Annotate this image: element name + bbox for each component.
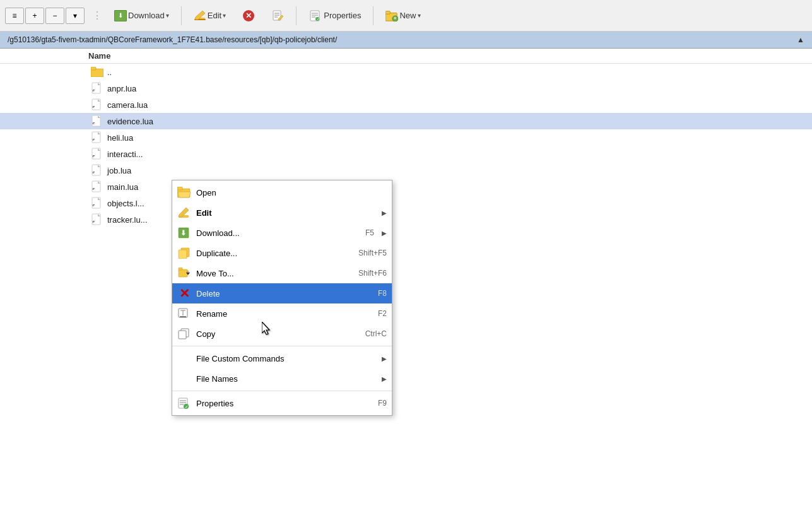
- download-button[interactable]: ⬇ Download ▾: [107, 6, 176, 25]
- path-text: /g510136/gta5-fivem-txadmin/QBCoreFramew…: [8, 35, 337, 44]
- menu-item-file-names[interactable]: File Names ▶: [172, 368, 392, 389]
- file-name-heli: heli.lua: [107, 133, 133, 143]
- file-name-camera: camera.lua: [107, 100, 148, 110]
- download-label-menu: Download...: [196, 228, 360, 238]
- lua-file-icon: ▶: [91, 98, 103, 111]
- page-edit-icon: [271, 9, 284, 22]
- edit-dropdown-arrow: ▾: [223, 12, 226, 19]
- lua-file-icon: ▶: [91, 213, 103, 226]
- svg-rect-66: [179, 250, 187, 259]
- list-item[interactable]: ▶ anpr.lua: [0, 80, 812, 97]
- menu-item-duplicate[interactable]: Duplicate... Shift+F5: [172, 243, 392, 263]
- download-dropdown-arrow: ▾: [166, 12, 169, 19]
- edit-button[interactable]: Edit ▾: [187, 6, 233, 25]
- svg-text:⬇: ⬇: [180, 229, 186, 237]
- page-edit-button[interactable]: [264, 6, 291, 25]
- file-name-interacti: interacti...: [107, 150, 143, 159]
- edit-icon: [194, 9, 206, 22]
- lua-file-icon: ▶: [91, 180, 103, 193]
- svg-text:✓: ✓: [185, 405, 188, 409]
- file-name-tracker: tracker.lu...: [107, 215, 148, 225]
- menu-item-edit[interactable]: Edit ▶: [172, 203, 392, 223]
- address-bar: /g510136/gta5-fivem-txadmin/QBCoreFramew…: [0, 32, 812, 49]
- list-item[interactable]: ▶ camera.lua: [0, 97, 812, 113]
- collapse-arrow[interactable]: ▲: [797, 35, 804, 44]
- duplicate-label: Duplicate...: [196, 249, 353, 258]
- menu-item-moveto[interactable]: Move To... Shift+F6: [172, 263, 392, 283]
- open-folder-icon: [177, 185, 191, 199]
- new-button[interactable]: + New ▾: [379, 6, 427, 25]
- properties-menu-icon: ✓: [177, 396, 191, 410]
- list-item[interactable]: ▶ interacti...: [0, 146, 812, 162]
- list-item-selected[interactable]: ▶ evidence.lua: [0, 113, 812, 129]
- edit-menu-icon: [177, 206, 191, 220]
- file-name-anpr: anpr.lua: [107, 84, 136, 93]
- file-name-main: main.lua: [107, 182, 138, 192]
- parent-folder-name: ..: [107, 68, 112, 77]
- menu-item-rename[interactable]: Rename F2: [172, 303, 392, 324]
- svg-rect-16: [385, 11, 390, 14]
- separator-menu-1: [172, 346, 392, 346]
- properties-icon: ✓: [309, 9, 321, 22]
- download-menu-icon: ⬇: [177, 226, 191, 240]
- svg-marker-59: [178, 192, 191, 197]
- menu-item-properties[interactable]: ✓ Properties F9: [172, 393, 392, 413]
- download-arrow: ▶: [382, 230, 387, 237]
- list-item[interactable]: ▶ objects.l...: [0, 195, 812, 211]
- parent-folder-icon: [91, 66, 103, 78]
- chevron-btn[interactable]: ▾: [66, 8, 85, 24]
- file-names-arrow: ▶: [382, 375, 387, 382]
- lua-file-icon: ▶: [91, 148, 103, 160]
- rename-menu-icon: [177, 307, 191, 321]
- lua-file-icon: ▶: [91, 82, 103, 95]
- lua-file-icon: ▶: [91, 164, 103, 177]
- duplicate-menu-icon: [177, 246, 191, 260]
- file-custom-label: File Custom Commands: [196, 354, 374, 363]
- file-custom-icon: [177, 351, 191, 365]
- menu-item-copy[interactable]: Copy Ctrl+C: [172, 324, 392, 344]
- cancel-button[interactable]: ✕: [235, 6, 262, 25]
- new-label: New: [399, 11, 416, 20]
- file-name-evidence: evidence.lua: [107, 117, 153, 126]
- minus-btn[interactable]: −: [45, 8, 64, 24]
- svg-rect-20: [91, 67, 96, 70]
- list-item[interactable]: ▶ job.lua: [0, 162, 812, 179]
- menu-item-download[interactable]: ⬇ Download... F5 ▶: [172, 223, 392, 243]
- svg-rect-68: [179, 268, 182, 270]
- delete-menu-icon: ✕: [177, 286, 191, 300]
- list-item[interactable]: ▶ main.lua: [0, 179, 812, 195]
- file-name-objects: objects.l...: [107, 199, 144, 208]
- edit-label: Edit: [208, 11, 221, 20]
- separator-1: [181, 6, 182, 25]
- properties-button[interactable]: ✓ Properties: [302, 6, 368, 25]
- copy-shortcut: Ctrl+C: [365, 329, 387, 338]
- toolbar-grip: ⋮: [92, 9, 102, 21]
- download-shortcut: F5: [365, 228, 374, 237]
- separator-3: [373, 6, 374, 25]
- file-item-parent[interactable]: ..: [0, 64, 812, 80]
- cancel-icon: ✕: [242, 9, 255, 22]
- main-content: /g510136/gta5-fivem-txadmin/QBCoreFramew…: [0, 32, 812, 518]
- moveto-menu-icon: [177, 266, 191, 280]
- lua-file-icon: ▶: [91, 131, 103, 144]
- delete-shortcut: F8: [378, 289, 387, 298]
- hamburger-btn[interactable]: ≡: [5, 8, 24, 24]
- lua-file-icon-evidence: ▶: [91, 115, 103, 127]
- lua-file-icon: ▶: [91, 197, 103, 209]
- file-custom-arrow: ▶: [382, 355, 387, 362]
- list-item[interactable]: ▶ heli.lua: [0, 129, 812, 146]
- menu-item-delete[interactable]: ✕ Delete F8: [172, 283, 392, 303]
- copy-label: Copy: [196, 329, 360, 339]
- file-list-body: Name .. ▶ anp: [0, 49, 812, 518]
- list-item[interactable]: ▶ tracker.lu...: [0, 211, 812, 228]
- toolbar: ≡ + − ▾ ⋮ ⬇ Download ▾ Edit ▾ ✕: [0, 0, 812, 32]
- edit-arrow: ▶: [382, 209, 387, 216]
- svg-rect-76: [179, 331, 186, 339]
- plus-btn[interactable]: +: [25, 8, 44, 24]
- separator-2: [296, 6, 297, 25]
- svg-rect-67: [179, 269, 187, 277]
- rename-label: Rename: [196, 309, 373, 319]
- menu-item-file-custom[interactable]: File Custom Commands ▶: [172, 348, 392, 368]
- menu-item-open[interactable]: Open: [172, 182, 392, 203]
- window-controls: ≡ + − ▾: [5, 8, 85, 24]
